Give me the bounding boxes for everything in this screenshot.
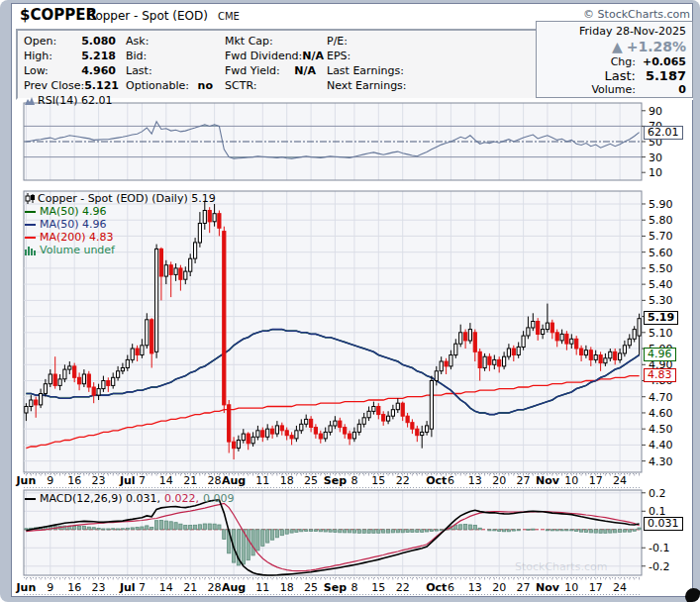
svg-text:28: 28 [208,474,222,487]
quote-col-bidask: Ask: Bid: Last: Optionable:no [126,34,213,93]
svg-text:27: 27 [517,474,531,487]
quote-col-ohlc: Open:5.080 High:5.218 Low:4.960 Prev Clo… [24,34,116,93]
macd-value-box: 0.031 [644,517,683,531]
svg-text:10: 10 [564,474,578,487]
symbol-description: Copper - Spot (EOD) [87,9,208,23]
svg-text:Sep: Sep [324,474,347,487]
rsi-area-icon [25,96,35,106]
last-label: Last: [126,63,152,78]
next-earnings-label: Next Earnings: [327,78,407,93]
svg-text:16: 16 [67,474,81,487]
svg-text:13: 13 [468,581,482,594]
svg-text:14: 14 [159,474,173,487]
stockcharts-attribution: © StockCharts.com [583,8,690,21]
svg-text:Aug: Aug [222,581,246,594]
price-legend: Copper - Spot (EOD) (Daily) 5.19 MA(50) … [25,192,216,256]
chart-window: 90705030105.905.805.705.605.505.405.305.… [0,0,700,602]
svg-text:6: 6 [448,581,454,594]
ma200-red-swatch [25,237,36,239]
fwd-dividend-label: Fwd Dividend: [225,49,302,63]
svg-text:10: 10 [564,581,578,594]
percent-change-row: ▲ +1.28% [537,39,692,55]
volume-value: 0 [641,83,686,97]
svg-text:Oct: Oct [426,581,447,594]
last-price-value: 5.187 [641,69,686,83]
svg-text:25: 25 [304,474,318,487]
rsi-legend-label: RSI(14) 62.01 [38,94,112,107]
mktcap-label: Mkt Cap: [225,34,273,49]
last-price-label: Last: [605,69,636,83]
volume-label: Volume: [591,83,636,97]
up-triangle-icon: ▲ [612,39,623,55]
svg-text:11: 11 [255,581,269,594]
svg-text:5.80: 5.80 [649,214,673,227]
quote-date: Friday 28-Nov-2025 [579,25,686,39]
ma200-value-box: 4.83 [644,368,676,382]
svg-text:5.30: 5.30 [649,294,673,307]
svg-text:Sep: Sep [324,581,347,594]
macd-line-swatch [25,498,36,500]
prev-close-value: 5.121 [84,78,119,93]
optionable-value: no [198,78,213,93]
low-label: Low: [24,63,49,78]
percent-change: +1.28% [627,39,686,55]
svg-text:4.60: 4.60 [649,407,673,420]
watermark: StockCharts.com [515,560,607,573]
svg-text:6: 6 [448,474,454,487]
svg-text:90: 90 [649,105,662,118]
ma50-blue-label: MA(50) 4.96 [40,218,107,231]
symbol-title: $COPPER [20,6,97,24]
macd-legend-title: MACD(12,26,9) 0.031, [40,492,160,505]
ma50-value-box: 4.96 [644,348,676,361]
svg-text:5.10: 5.10 [649,327,673,340]
svg-text:15: 15 [371,581,385,594]
svg-text:4.70: 4.70 [649,391,673,404]
price-value-box: 5.19 [644,311,678,325]
rsi-legend: RSI(14) 62.01 [25,94,112,107]
svg-text:10: 10 [649,166,662,179]
svg-text:5.60: 5.60 [649,247,673,259]
svg-text:Oct: Oct [426,474,447,487]
svg-text:17: 17 [589,581,603,594]
price-legend-title: Copper - Spot (EOD) (Daily) 5.19 [38,192,216,205]
fwd-yield-label: Fwd Yield: [225,63,280,78]
macd-legend: MACD(12,26,9) 0.031, 0.022, 0.009 [25,492,235,505]
svg-text:14: 14 [159,581,173,594]
svg-text:4.50: 4.50 [649,423,673,436]
svg-text:Nov: Nov [536,474,560,487]
open-value: 5.080 [81,34,116,49]
svg-text:11: 11 [255,474,269,487]
svg-text:-0.1: -0.1 [649,542,669,554]
quote-col-earnings: P/E: EPS: Last Earnings: Next Earnings: [327,34,436,93]
svg-text:4.40: 4.40 [649,439,673,452]
chg-value: +0.065 [641,55,686,69]
svg-text:21: 21 [183,474,197,487]
svg-text:24: 24 [613,581,627,594]
macd-hist-value: 0.009 [203,492,235,505]
ma50-blue-swatch [25,224,36,226]
fwd-yield-value: N/A [294,63,316,78]
ma200-red-label: MA(200) 4.83 [40,231,114,244]
svg-text:7: 7 [139,474,146,487]
svg-text:Jul: Jul [119,474,136,487]
svg-text:4.30: 4.30 [649,455,673,468]
svg-text:20: 20 [492,581,506,594]
eps-label: EPS: [327,49,350,63]
price-axis-labels: 5.905.805.705.605.505.405.305.205.105.00… [642,198,673,468]
svg-text:13: 13 [468,474,482,487]
candlestick-icon [25,193,35,204]
volume-legend-label: Volume undef [40,244,115,256]
quote-col-fundamentals: Mkt Cap: Fwd Dividend:N/A Fwd Yield:N/A … [225,34,316,93]
svg-text:17: 17 [589,474,603,487]
svg-text:18: 18 [280,581,294,594]
volume-bars-icon [25,246,36,255]
svg-text:Nov: Nov [536,581,560,594]
svg-text:22: 22 [396,474,410,487]
svg-text:21: 21 [183,581,197,594]
ma50-green-label: MA(50) 4.96 [40,205,107,218]
svg-text:30: 30 [649,151,662,164]
svg-text:Aug: Aug [222,474,246,487]
svg-text:5.50: 5.50 [649,262,673,275]
svg-text:5.90: 5.90 [649,198,673,211]
svg-text:-0.2: -0.2 [649,560,669,573]
